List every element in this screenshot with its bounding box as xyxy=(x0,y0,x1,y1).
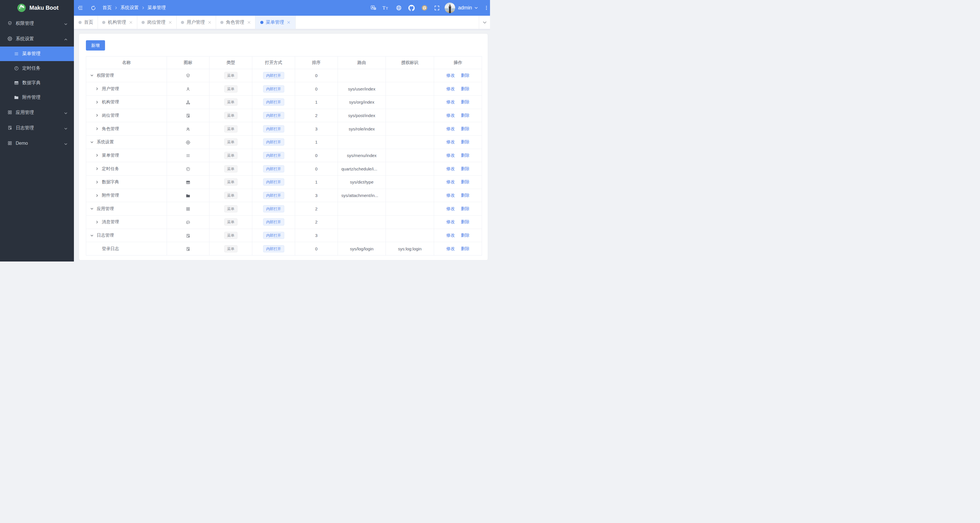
svg-text:T: T xyxy=(382,5,385,11)
svg-text:T: T xyxy=(385,6,388,10)
